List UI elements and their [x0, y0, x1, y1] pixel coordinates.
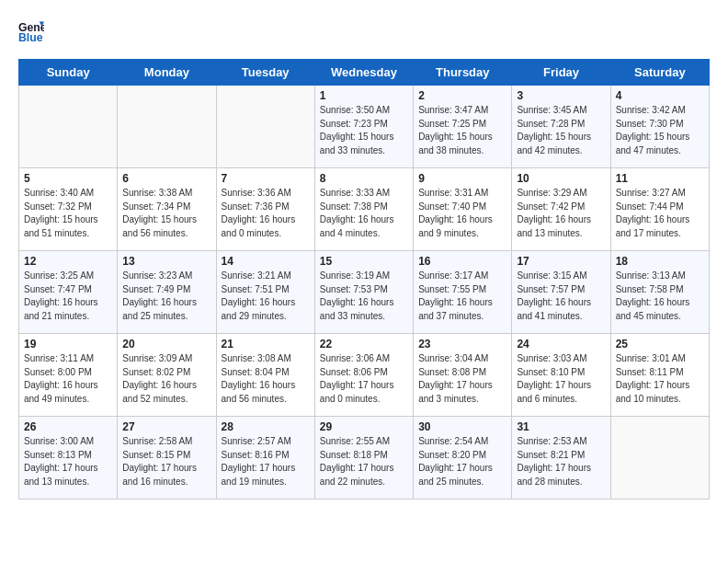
- calendar-cell: [216, 86, 314, 168]
- day-info: Sunrise: 3:33 AMSunset: 7:38 PMDaylight:…: [320, 187, 408, 240]
- calendar-cell: 11Sunrise: 3:27 AMSunset: 7:44 PMDayligh…: [610, 168, 709, 251]
- day-number: 12: [24, 255, 112, 268]
- day-info: Sunrise: 3:31 AMSunset: 7:40 PMDaylight:…: [418, 187, 506, 240]
- calendar-cell: 14Sunrise: 3:21 AMSunset: 7:51 PMDayligh…: [216, 251, 314, 334]
- day-number: 4: [616, 89, 704, 102]
- day-number: 5: [24, 172, 112, 185]
- day-number: 25: [616, 338, 704, 350]
- day-number: 29: [320, 420, 408, 433]
- day-header-wednesday: Wednesday: [314, 60, 413, 86]
- day-header-sunday: Sunday: [19, 60, 118, 86]
- day-number: 13: [122, 255, 210, 268]
- calendar-table: SundayMondayTuesdayWednesdayThursdayFrid…: [18, 59, 710, 500]
- day-info: Sunrise: 3:40 AMSunset: 7:32 PMDaylight:…: [24, 187, 112, 240]
- calendar-cell: 27Sunrise: 2:58 AMSunset: 8:15 PMDayligh…: [118, 417, 216, 500]
- page-header: General Blue: [18, 18, 710, 44]
- calendar-header: SundayMondayTuesdayWednesdayThursdayFrid…: [19, 60, 710, 86]
- day-info: Sunrise: 3:17 AMSunset: 7:55 PMDaylight:…: [418, 270, 506, 323]
- calendar-cell: 3Sunrise: 3:45 AMSunset: 7:28 PMDaylight…: [512, 86, 610, 168]
- day-number: 31: [517, 420, 605, 433]
- day-number: 24: [517, 338, 605, 350]
- calendar-cell: 9Sunrise: 3:31 AMSunset: 7:40 PMDaylight…: [414, 168, 512, 251]
- calendar-cell: 30Sunrise: 2:54 AMSunset: 8:20 PMDayligh…: [414, 417, 512, 500]
- day-info: Sunrise: 2:55 AMSunset: 8:18 PMDaylight:…: [320, 435, 408, 488]
- day-number: 15: [320, 255, 408, 268]
- calendar-cell: 18Sunrise: 3:13 AMSunset: 7:58 PMDayligh…: [610, 251, 709, 334]
- logo: General Blue: [18, 18, 48, 44]
- day-number: 28: [222, 420, 310, 433]
- day-info: Sunrise: 2:53 AMSunset: 8:21 PMDaylight:…: [517, 435, 605, 488]
- day-number: 10: [517, 172, 605, 185]
- calendar-cell: 12Sunrise: 3:25 AMSunset: 7:47 PMDayligh…: [19, 251, 118, 334]
- day-number: 18: [616, 255, 704, 268]
- calendar-cell: [610, 417, 709, 500]
- day-info: Sunrise: 3:19 AMSunset: 7:53 PMDaylight:…: [320, 270, 408, 323]
- calendar-cell: 20Sunrise: 3:09 AMSunset: 8:02 PMDayligh…: [118, 334, 216, 417]
- day-info: Sunrise: 3:04 AMSunset: 8:08 PMDaylight:…: [418, 352, 506, 406]
- calendar-cell: 5Sunrise: 3:40 AMSunset: 7:32 PMDaylight…: [19, 168, 118, 251]
- day-number: 20: [122, 338, 210, 350]
- logo-icon: General Blue: [18, 18, 44, 44]
- day-number: 11: [616, 172, 704, 185]
- day-info: Sunrise: 3:25 AMSunset: 7:47 PMDaylight:…: [24, 270, 112, 323]
- day-number: 26: [24, 420, 112, 433]
- day-info: Sunrise: 3:27 AMSunset: 7:44 PMDaylight:…: [616, 187, 704, 240]
- day-info: Sunrise: 3:45 AMSunset: 7:28 PMDaylight:…: [517, 104, 605, 157]
- week-row-3: 12Sunrise: 3:25 AMSunset: 7:47 PMDayligh…: [19, 251, 710, 334]
- day-number: 22: [320, 338, 408, 350]
- calendar-cell: 29Sunrise: 2:55 AMSunset: 8:18 PMDayligh…: [314, 417, 413, 500]
- day-number: 3: [517, 89, 605, 102]
- day-info: Sunrise: 3:38 AMSunset: 7:34 PMDaylight:…: [122, 187, 210, 240]
- calendar-cell: 28Sunrise: 2:57 AMSunset: 8:16 PMDayligh…: [216, 417, 314, 500]
- day-header-tuesday: Tuesday: [216, 60, 314, 86]
- day-number: 19: [24, 338, 112, 350]
- day-number: 21: [222, 338, 310, 350]
- day-info: Sunrise: 3:00 AMSunset: 8:13 PMDaylight:…: [24, 435, 112, 488]
- day-info: Sunrise: 3:23 AMSunset: 7:49 PMDaylight:…: [122, 270, 210, 323]
- calendar-cell: 6Sunrise: 3:38 AMSunset: 7:34 PMDaylight…: [118, 168, 216, 251]
- calendar-cell: 21Sunrise: 3:08 AMSunset: 8:04 PMDayligh…: [216, 334, 314, 417]
- day-header-saturday: Saturday: [610, 60, 709, 86]
- day-number: 6: [122, 172, 210, 185]
- day-number: 1: [320, 89, 408, 102]
- day-info: Sunrise: 3:29 AMSunset: 7:42 PMDaylight:…: [517, 187, 605, 240]
- calendar-cell: 13Sunrise: 3:23 AMSunset: 7:49 PMDayligh…: [118, 251, 216, 334]
- day-info: Sunrise: 3:08 AMSunset: 8:04 PMDaylight:…: [222, 352, 310, 406]
- calendar-cell: 8Sunrise: 3:33 AMSunset: 7:38 PMDaylight…: [314, 168, 413, 251]
- calendar-cell: 19Sunrise: 3:11 AMSunset: 8:00 PMDayligh…: [19, 334, 118, 417]
- day-info: Sunrise: 3:06 AMSunset: 8:06 PMDaylight:…: [320, 352, 408, 406]
- day-info: Sunrise: 3:42 AMSunset: 7:30 PMDaylight:…: [616, 104, 704, 157]
- day-info: Sunrise: 3:36 AMSunset: 7:36 PMDaylight:…: [222, 187, 310, 240]
- day-number: 27: [122, 420, 210, 433]
- day-header-thursday: Thursday: [414, 60, 512, 86]
- calendar-cell: 23Sunrise: 3:04 AMSunset: 8:08 PMDayligh…: [414, 334, 512, 417]
- day-header-friday: Friday: [512, 60, 610, 86]
- day-info: Sunrise: 3:50 AMSunset: 7:23 PMDaylight:…: [320, 104, 408, 157]
- calendar-cell: 24Sunrise: 3:03 AMSunset: 8:10 PMDayligh…: [512, 334, 610, 417]
- calendar-cell: 2Sunrise: 3:47 AMSunset: 7:25 PMDaylight…: [414, 86, 512, 168]
- week-row-4: 19Sunrise: 3:11 AMSunset: 8:00 PMDayligh…: [19, 334, 710, 417]
- calendar-cell: 26Sunrise: 3:00 AMSunset: 8:13 PMDayligh…: [19, 417, 118, 500]
- day-info: Sunrise: 3:03 AMSunset: 8:10 PMDaylight:…: [517, 352, 605, 406]
- day-number: 2: [418, 89, 506, 102]
- week-row-2: 5Sunrise: 3:40 AMSunset: 7:32 PMDaylight…: [19, 168, 710, 251]
- day-number: 16: [418, 255, 506, 268]
- day-number: 23: [418, 338, 506, 350]
- week-row-1: 1Sunrise: 3:50 AMSunset: 7:23 PMDaylight…: [19, 86, 710, 168]
- day-info: Sunrise: 3:01 AMSunset: 8:11 PMDaylight:…: [616, 352, 704, 406]
- calendar-cell: 31Sunrise: 2:53 AMSunset: 8:21 PMDayligh…: [512, 417, 610, 500]
- header-row: SundayMondayTuesdayWednesdayThursdayFrid…: [19, 60, 710, 86]
- day-info: Sunrise: 3:21 AMSunset: 7:51 PMDaylight:…: [222, 270, 310, 323]
- day-info: Sunrise: 3:15 AMSunset: 7:57 PMDaylight:…: [517, 270, 605, 323]
- day-number: 8: [320, 172, 408, 185]
- calendar-cell: [19, 86, 118, 168]
- calendar-cell: 15Sunrise: 3:19 AMSunset: 7:53 PMDayligh…: [314, 251, 413, 334]
- day-header-monday: Monday: [118, 60, 216, 86]
- day-number: 7: [222, 172, 310, 185]
- calendar-cell: [118, 86, 216, 168]
- day-info: Sunrise: 2:57 AMSunset: 8:16 PMDaylight:…: [222, 435, 310, 488]
- calendar-cell: 10Sunrise: 3:29 AMSunset: 7:42 PMDayligh…: [512, 168, 610, 251]
- day-info: Sunrise: 3:13 AMSunset: 7:58 PMDaylight:…: [616, 270, 704, 323]
- calendar-cell: 22Sunrise: 3:06 AMSunset: 8:06 PMDayligh…: [314, 334, 413, 417]
- week-row-5: 26Sunrise: 3:00 AMSunset: 8:13 PMDayligh…: [19, 417, 710, 500]
